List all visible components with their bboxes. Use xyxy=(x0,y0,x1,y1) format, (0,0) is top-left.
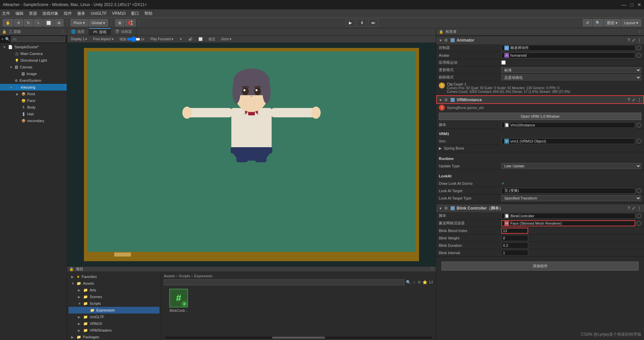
pause-button[interactable]: ⏸ xyxy=(357,19,367,26)
breadcrumb-expression[interactable]: Expression xyxy=(194,274,212,278)
minimize-button[interactable]: — xyxy=(622,2,627,7)
vrm-instance-help-icon[interactable]: ? xyxy=(628,98,630,102)
add-component-button[interactable]: 添加组件 xyxy=(442,262,639,271)
audio-icon[interactable]: 🔊 xyxy=(186,36,195,42)
blink-help-icon[interactable]: ? xyxy=(628,206,630,211)
vrm-circle[interactable] xyxy=(637,139,641,144)
layout-button[interactable]: Layout ▾ xyxy=(621,19,641,26)
hierarchy-item-secondary[interactable]: ▶ 📦 secondary xyxy=(0,117,67,124)
animator-checkbox[interactable] xyxy=(451,38,455,42)
vrm-script-circle[interactable] xyxy=(637,123,641,127)
hierarchy-menu-icon[interactable]: ⋮ xyxy=(61,30,65,34)
mesh-renderer-circle[interactable] xyxy=(637,221,641,226)
update-type-select[interactable]: Late Update xyxy=(501,163,641,169)
blink-interval-input[interactable] xyxy=(501,250,528,256)
stats-icon[interactable]: ⬜ xyxy=(196,36,205,42)
project-tool-icon-1[interactable]: ☆ xyxy=(412,280,416,285)
avatar-circle[interactable] xyxy=(637,53,641,58)
scale-tool[interactable]: ⤡ xyxy=(34,19,43,26)
hierarchy-item-eventsystem[interactable]: ▶ ⚙ EventSystem xyxy=(0,77,67,84)
inspector-lock-icon[interactable]: 🔒 xyxy=(439,30,444,34)
vrm-instance-header[interactable]: ▼ ⚙ VRMInstance ? ⤢ ⋮ xyxy=(436,95,644,104)
snap-button[interactable]: 🧲 xyxy=(125,19,136,26)
menu-item-vrm10[interactable]: VRM10 xyxy=(112,11,126,16)
project-vrm10[interactable]: ▶ 📁 VRM10 xyxy=(68,320,159,327)
controller-circle[interactable] xyxy=(637,46,641,50)
breadcrumb-assets[interactable]: Assets xyxy=(164,274,175,278)
move-tool[interactable]: ✛ xyxy=(14,19,23,26)
blink-weight-input[interactable] xyxy=(501,235,528,241)
project-lock-icon[interactable]: 🔒 xyxy=(69,267,74,271)
hierarchy-item-body[interactable]: ▶ 🏃 Body xyxy=(0,104,67,111)
culling-mode-select[interactable]: 总是动画化 xyxy=(501,74,641,80)
vrm-object-field[interactable]: V vrm1 (VRM10 Object) xyxy=(501,138,635,144)
look-at-target-circle[interactable] xyxy=(637,188,641,193)
hierarchy-item-samplescene[interactable]: ▼ 📄 SampleScene* xyxy=(0,44,67,50)
rotate-tool[interactable]: ↻ xyxy=(24,19,33,26)
animator-header[interactable]: ▼ ⚙ Animator ? ⤢ ⋮ xyxy=(436,36,644,44)
layers-button[interactable]: 图层 ▾ xyxy=(604,19,620,26)
play-button[interactable]: ▶ xyxy=(346,19,355,26)
menu-item-file[interactable]: 文件 xyxy=(2,11,10,16)
update-mode-select[interactable]: 标准 xyxy=(501,67,641,73)
blink-checkbox[interactable] xyxy=(451,206,455,210)
menu-item-unigltf[interactable]: UniGLTF xyxy=(91,11,107,16)
hierarchy-add-icon[interactable]: + xyxy=(1,37,4,42)
project-expression[interactable]: ▶ 📁 Expression xyxy=(68,307,159,314)
project-assets[interactable]: ▼ 📁 Assets xyxy=(68,280,159,287)
avatar-object-field[interactable]: A humanoid xyxy=(501,52,635,58)
hierarchy-item-image[interactable]: ▶ 🖼 Image xyxy=(0,70,67,77)
blink-overflow-icon[interactable]: ⋮ xyxy=(637,206,641,211)
blink-script-field[interactable]: 📄 BlinkController xyxy=(501,213,635,219)
vrm-instance-checkbox[interactable] xyxy=(451,98,455,102)
gizmo-label[interactable]: Gizm ▾ xyxy=(219,36,234,42)
vrm-script-field[interactable]: 📄 Vrm10Instance xyxy=(501,122,635,128)
zoom-control[interactable]: 缩放 1x xyxy=(117,36,147,42)
menu-item-window[interactable]: 窗口 xyxy=(131,11,139,16)
hierarchy-item-directional-light[interactable]: ▶ 💡 Directional Light xyxy=(0,57,67,64)
display-dropdown[interactable]: Display 1 ▾ xyxy=(68,36,89,42)
history-button[interactable]: ↺ xyxy=(583,19,592,26)
play-focused-dropdown[interactable]: Play Focused ▾ xyxy=(148,36,176,42)
file-item-blink-controller[interactable]: # + BlinkContr... xyxy=(165,289,192,313)
project-search-input[interactable] xyxy=(164,279,405,285)
breadcrumb-scripts[interactable]: Scripts xyxy=(179,274,190,278)
mesh-renderer-field[interactable]: M Face (Skinned Mesh Renderer) xyxy=(501,220,635,226)
menu-item-component[interactable]: 组件 xyxy=(64,11,72,16)
project-packages[interactable]: ▶ 📁 Packages xyxy=(68,334,159,340)
hierarchy-item-canvas[interactable]: ▼ 🖼 Canvas xyxy=(0,64,67,70)
apply-root-motion-checkbox[interactable] xyxy=(501,60,506,65)
project-vrmshaders[interactable]: ▶ 📁 VRMShaders xyxy=(68,327,159,334)
multi-tool[interactable]: ⧉ xyxy=(55,19,63,26)
close-button[interactable]: ✕ xyxy=(637,2,641,7)
state-label[interactable]: 状态 xyxy=(206,36,218,42)
project-favorites[interactable]: ▶ ★ Favorites xyxy=(68,273,159,280)
search-button[interactable]: 🔍 xyxy=(593,19,603,26)
pivot-button[interactable]: Pivot ▾ xyxy=(71,19,88,26)
step-button[interactable]: ⏭ xyxy=(369,19,378,26)
grid-button[interactable]: ⊞ xyxy=(115,19,124,26)
zoom-slider[interactable] xyxy=(127,37,140,41)
menu-item-edit[interactable]: 编辑 xyxy=(15,11,24,16)
menu-item-assets[interactable]: 资源 xyxy=(29,11,37,16)
hierarchy-lock-icon[interactable]: 🔒 xyxy=(2,30,7,34)
vrm-instance-overflow-icon[interactable]: ⋮ xyxy=(637,98,641,102)
project-arts[interactable]: ▶ 📁 Arts xyxy=(68,287,159,293)
project-tool-icon-4[interactable]: 14 xyxy=(429,280,433,285)
menu-item-help[interactable]: 帮助 xyxy=(144,11,152,16)
project-scenes[interactable]: ▶ 📁 Scenes xyxy=(68,293,159,300)
project-tool-icon-2[interactable]: ⚙ xyxy=(417,280,421,285)
aspect-dropdown[interactable]: Free Aspect ▾ xyxy=(91,36,116,42)
inspector-menu-icon[interactable]: ⋮ xyxy=(638,30,641,34)
animator-help-icon[interactable]: ? xyxy=(628,38,630,43)
animator-expand-icon[interactable]: ⤢ xyxy=(632,38,635,43)
hand-tool[interactable]: ✋ xyxy=(3,19,13,26)
open-vrm-button[interactable]: Open VRM 1.0 Window xyxy=(439,113,641,120)
vrm-instance-expand-icon[interactable]: ⤢ xyxy=(632,98,635,102)
brightness-icon[interactable]: ☀ xyxy=(177,36,185,42)
project-scripts[interactable]: ▼ 📁 Scripts xyxy=(68,300,159,307)
blink-expand-icon[interactable]: ⤢ xyxy=(632,206,635,211)
tab-scene[interactable]: 🌐 场景 xyxy=(67,28,89,36)
hierarchy-item-face[interactable]: ▶ 😀 Face xyxy=(0,97,67,104)
project-menu-icon[interactable]: ⋮ xyxy=(430,267,434,271)
